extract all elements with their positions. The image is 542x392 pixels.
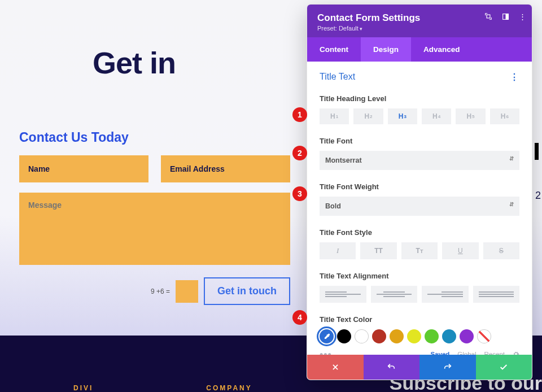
undo-button[interactable]: [364, 355, 420, 380]
label-alignment: Title Text Alignment: [320, 272, 519, 280]
close-icon: [331, 363, 339, 371]
panel-body: Title Text Title Heading Level H1 H2 H3 …: [307, 62, 532, 355]
panel-header[interactable]: Contact Form Settings Preset: Default ⋮: [307, 5, 532, 37]
color-swatch-white[interactable]: [355, 329, 369, 343]
page-title: Get in: [93, 45, 290, 80]
redo-icon: [443, 363, 452, 372]
heading-level-row: H1 H2 H3 H4 H5 H6: [320, 108, 519, 124]
callout-1: 1: [292, 107, 307, 122]
color-tab-recent[interactable]: Recent: [484, 351, 505, 355]
color-swatch-none[interactable]: [477, 329, 491, 343]
color-swatch-red[interactable]: [372, 329, 386, 343]
svg-rect-0: [487, 15, 490, 18]
uppercase-button[interactable]: TT: [360, 242, 396, 259]
offscreen-scroll-hint: [535, 143, 539, 160]
kebab-icon[interactable]: ⋮: [518, 12, 526, 20]
heading-h1-button[interactable]: H1: [320, 108, 349, 124]
color-swatch-black[interactable]: [337, 329, 351, 343]
align-justify-button[interactable]: [473, 286, 520, 303]
email-input[interactable]: [161, 155, 290, 182]
color-tab-saved[interactable]: Saved: [430, 351, 449, 355]
submit-button[interactable]: Get in touch: [204, 277, 290, 305]
tab-content[interactable]: Content: [307, 37, 361, 62]
label-heading-level: Title Heading Level: [320, 94, 519, 103]
color-swatch-green[interactable]: [425, 329, 439, 343]
underline-button[interactable]: U: [442, 242, 478, 259]
callout-4: 4: [292, 310, 307, 325]
check-icon: [499, 363, 508, 372]
eyedropper-icon: [323, 333, 331, 341]
label-text-color: Title Text Color: [320, 315, 519, 324]
color-picker-button[interactable]: [320, 329, 334, 343]
italic-button[interactable]: I: [320, 242, 356, 259]
align-right-button[interactable]: [422, 286, 469, 303]
callout-2: 2: [292, 146, 307, 160]
heading-h3-button[interactable]: H3: [388, 108, 417, 124]
snap-icon[interactable]: [501, 12, 509, 20]
font-select[interactable]: Montserrat: [320, 151, 519, 170]
color-swatch-row: [320, 329, 519, 343]
heading-h2-button[interactable]: H2: [353, 108, 383, 124]
label-font-weight: Title Font Weight: [320, 182, 519, 191]
tab-advanced[interactable]: Advanced: [411, 37, 473, 62]
page-content: Get in Contact Us Today 9 +6 = Get in to…: [19, 45, 290, 305]
settings-panel: Contact Form Settings Preset: Default ⋮ …: [307, 5, 532, 380]
align-left-button[interactable]: [320, 286, 366, 303]
expand-icon[interactable]: [484, 12, 492, 20]
save-button[interactable]: [476, 355, 532, 380]
panel-tabs: Content Design Advanced: [307, 37, 532, 62]
section-kebab-icon[interactable]: [510, 72, 519, 82]
footer-col-company: COMPANY: [206, 384, 252, 392]
color-source-tabs: Saved Global Recent: [320, 351, 519, 355]
redo-button[interactable]: [419, 355, 476, 380]
color-swatch-orange[interactable]: [390, 329, 404, 343]
strikethrough-button[interactable]: S: [483, 242, 519, 259]
heading-h4-button[interactable]: H4: [422, 108, 451, 124]
tab-design[interactable]: Design: [361, 37, 411, 62]
cropped-number: 2: [535, 190, 541, 202]
contact-form-heading: Contact Us Today: [19, 130, 290, 145]
cancel-button[interactable]: [307, 355, 364, 380]
color-swatch-purple[interactable]: [460, 329, 474, 343]
captcha-input[interactable]: [176, 280, 198, 303]
message-textarea[interactable]: [19, 193, 290, 265]
align-center-button[interactable]: [371, 286, 418, 303]
undo-icon: [387, 363, 396, 372]
svg-rect-2: [506, 14, 508, 19]
panel-footer: [307, 355, 532, 380]
name-input[interactable]: [19, 155, 148, 182]
panel-preset[interactable]: Preset: Default: [317, 25, 522, 32]
color-swatch-blue[interactable]: [442, 329, 456, 343]
footer-col-divi: DIVI: [73, 384, 93, 392]
font-weight-select[interactable]: Bold: [320, 197, 519, 216]
section-title[interactable]: Title Text: [320, 72, 519, 82]
label-font: Title Font: [320, 137, 519, 145]
gear-icon[interactable]: [513, 351, 519, 355]
smallcaps-button[interactable]: TT: [401, 242, 438, 259]
callout-3: 3: [292, 186, 307, 201]
captcha-label: 9 +6 =: [151, 288, 170, 295]
label-font-style: Title Font Style: [320, 228, 519, 237]
color-tab-global[interactable]: Global: [457, 351, 476, 355]
color-swatch-yellow[interactable]: [407, 329, 421, 343]
heading-h6-button[interactable]: H6: [490, 108, 519, 124]
heading-h5-button[interactable]: H5: [456, 108, 485, 124]
